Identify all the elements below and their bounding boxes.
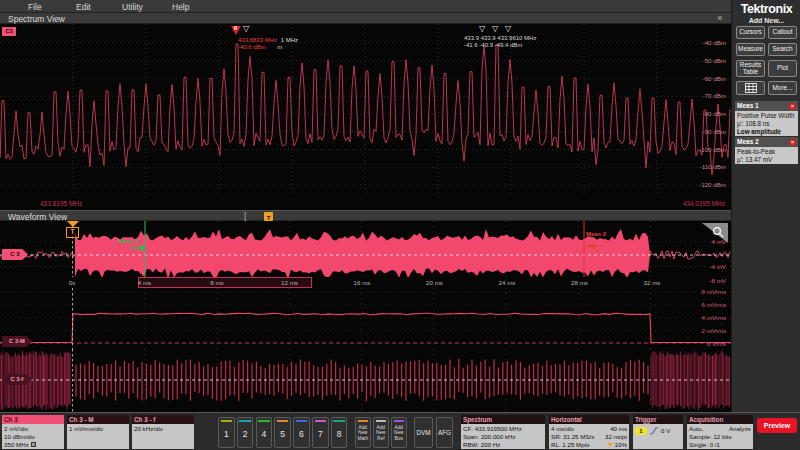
ch3m-scale: 1 mVrms/div bbox=[69, 425, 127, 433]
tektronix-logo: Tektronix bbox=[732, 2, 800, 16]
dvm-button[interactable]: DVM bbox=[414, 417, 433, 448]
add-new-ref-button[interactable]: AddNewRef bbox=[373, 417, 389, 448]
horizontal-settings-panel[interactable]: Horizontal 4 ms/div 40 ms SR: 31.25 MS/s… bbox=[549, 415, 629, 449]
sidebar-button-more-[interactable]: More... bbox=[768, 81, 797, 95]
expansion-bracket-icon[interactable]: [ bbox=[244, 211, 247, 221]
close-icon[interactable]: × bbox=[717, 13, 722, 23]
spectrum-y-label: -70 dBm bbox=[694, 92, 726, 99]
acquisition-single: Single: 0 /1 bbox=[689, 441, 751, 449]
horizontal-row-1: 4 ms/div 40 ms bbox=[551, 425, 627, 433]
channel-button-label: 4 bbox=[257, 429, 272, 439]
channel-color-bar bbox=[239, 420, 251, 423]
oscilloscope-screen: FileEditUtilityHelp Spectrum View × C3 R… bbox=[0, 0, 800, 450]
channel-badge-ch3[interactable]: Ch 3 2 mV/div 10 dBm/div 350 MHz bbox=[2, 415, 64, 449]
ch3-bandwidth: 350 MHz bbox=[4, 441, 29, 448]
bottom-toolbar: Ch 3 2 mV/div 10 dBm/div 350 MHz Ch 3 - … bbox=[0, 412, 800, 450]
time-label: 4 ms bbox=[130, 279, 160, 286]
spectrum-y-label: -90 dBm bbox=[694, 128, 726, 135]
add-button-color-bar bbox=[394, 420, 405, 423]
spectrum-channel-badge[interactable]: C3 bbox=[2, 27, 16, 36]
meas2-annotation[interactable]: Meas 2 bbox=[586, 231, 606, 237]
freq-badge-ch3f[interactable]: Ch 3 - f 20 kHz/div bbox=[132, 415, 194, 449]
ch3f-title: Ch 3 - f bbox=[132, 415, 194, 424]
delta-marker-freq: 1 MHz bbox=[281, 37, 298, 43]
sidebar-button-measure[interactable]: Measure bbox=[736, 43, 765, 56]
channel-button-2[interactable]: 2 bbox=[237, 417, 254, 448]
spectrum-plot[interactable]: C3 R ▽ 433.8833 MHz 1 MHz -40.6 dBm m ▽▽… bbox=[0, 24, 731, 196]
math-badge-ch3m[interactable]: Ch 3 - M 1 mVrms/div bbox=[67, 415, 129, 449]
span: Span: 200.000 kHz bbox=[463, 433, 543, 441]
meas2-title: Meas 2 bbox=[737, 138, 759, 145]
acquisition-analyze: Analyze bbox=[729, 425, 751, 433]
channel-button-4[interactable]: 4 bbox=[256, 417, 273, 448]
spectrum-y-label: -100 dBm bbox=[694, 146, 726, 153]
meas1-badge[interactable]: Meas 1 × Positive Pulse Width µ': 108.8 … bbox=[735, 101, 798, 136]
acquisition-settings-panel[interactable]: Acquisition Auto, Analyze Sample: 12 bit… bbox=[687, 415, 753, 449]
preview-button[interactable]: Preview bbox=[757, 418, 797, 433]
meas2-badge[interactable]: Meas 2 × Peak-to-Peak µ': 13.47 mV bbox=[735, 137, 798, 164]
rising-edge-icon bbox=[650, 427, 658, 435]
meas2-close-icon[interactable]: × bbox=[789, 139, 796, 146]
ref-marker-freq: 433.8833 MHz bbox=[238, 37, 277, 43]
waveform-plot[interactable]: T Meas 1 Meas 2 0s4 ms8 ms12 ms16 ms20 m… bbox=[0, 221, 731, 412]
peak-marker-icon[interactable]: ▽ bbox=[492, 24, 498, 33]
rbw: RBW: 200 Hz bbox=[463, 441, 543, 449]
add-new-bus-button[interactable]: AddNewBus bbox=[391, 417, 407, 448]
channel-button-1[interactable]: 1 bbox=[218, 417, 235, 448]
sidebar-button-results-table[interactable]: Results Table bbox=[736, 60, 765, 77]
horizontal-row-2: SR: 31.25 MS/s 32 ns/pt bbox=[551, 433, 627, 441]
spectrum-settings-panel[interactable]: Spectrum CF: 433.919500 MHz Span: 200.00… bbox=[461, 415, 545, 449]
sidebar-button-plot[interactable]: Plot bbox=[768, 60, 797, 77]
trigger-position-mini-icon bbox=[607, 443, 613, 447]
add-button-label: AddNewMath bbox=[356, 425, 370, 441]
sidebar-button-search[interactable]: Search bbox=[768, 43, 797, 56]
zoom-corner-icon[interactable] bbox=[702, 223, 728, 243]
ch3-bandwidth-row: 350 MHz bbox=[4, 441, 62, 449]
meas1-annotation[interactable]: Meas 1 bbox=[118, 238, 138, 244]
math-rms-trace bbox=[0, 288, 731, 349]
sample-rate: SR: 31.25 MS/s bbox=[551, 433, 594, 441]
freq-stop-label: 434.0195 MHz bbox=[655, 200, 725, 207]
peak-marker-icon[interactable]: ▽ bbox=[505, 24, 511, 33]
delta-marker-icon[interactable]: ▽ bbox=[243, 24, 249, 33]
trigger-marker[interactable]: T bbox=[66, 227, 79, 238]
center-frequency: CF: 433.919500 MHz bbox=[463, 425, 543, 433]
results-grid-icon-button[interactable] bbox=[736, 81, 765, 95]
trigger-settings-panel[interactable]: Trigger 1 0 V bbox=[633, 415, 683, 449]
peak-marker-icon[interactable]: ▽ bbox=[479, 24, 485, 33]
frequency-trace bbox=[0, 349, 731, 412]
peak-markers-freqs: 433.9 433.9 433.9610 MHz bbox=[464, 35, 536, 41]
add-button-color-bar bbox=[358, 420, 369, 423]
meas1-close-icon[interactable]: × bbox=[789, 103, 796, 110]
freq-badge-label: C 3-f bbox=[11, 376, 24, 382]
acquisition-sample-bits: Sample: 12 bits bbox=[689, 433, 751, 441]
add-button-color-bar bbox=[376, 420, 387, 423]
dvm-label: DVM bbox=[415, 429, 432, 436]
add-new-math-button[interactable]: AddNewMath bbox=[355, 417, 371, 448]
rms-label: 4 mVrms bbox=[690, 314, 726, 321]
marker-readout-freq: 433.8833 MHz 1 MHz bbox=[238, 37, 298, 43]
horizontal-row-3: RL: 1.25 Mpts 10% bbox=[551, 441, 627, 449]
sidebar-button-callout[interactable]: Callout bbox=[768, 26, 797, 39]
voltage-label: -8 mV bbox=[698, 277, 726, 284]
channel-button-label: 5 bbox=[275, 429, 290, 439]
afg-button[interactable]: AFG bbox=[436, 417, 453, 448]
menu-item-file[interactable]: File bbox=[28, 2, 42, 12]
trigger-position-value: 10% bbox=[607, 441, 627, 449]
sidebar-button-cursors[interactable]: Cursors bbox=[736, 26, 765, 39]
table-grid-icon bbox=[745, 83, 757, 93]
channel-button-6[interactable]: 6 bbox=[293, 417, 310, 448]
ref-marker-ampl: -40.6 dBm bbox=[238, 44, 266, 50]
time-label: 32 ms bbox=[637, 279, 667, 286]
freq-badge-c3f[interactable]: C 3-f bbox=[2, 374, 32, 385]
meas1-measure: Positive Pulse Width bbox=[737, 112, 796, 120]
channel-button-5[interactable]: 5 bbox=[274, 417, 291, 448]
rms-label: 0 Vrms bbox=[690, 340, 726, 347]
menu-item-edit[interactable]: Edit bbox=[76, 2, 91, 12]
trigger-position-icon[interactable]: T bbox=[264, 212, 273, 221]
menu-item-utility[interactable]: Utility bbox=[122, 2, 143, 12]
math-badge-c3m[interactable]: C 3-M bbox=[2, 336, 32, 347]
channel-button-7[interactable]: 7 bbox=[312, 417, 329, 448]
menu-item-help[interactable]: Help bbox=[172, 2, 189, 12]
channel-button-8[interactable]: 8 bbox=[331, 417, 348, 448]
